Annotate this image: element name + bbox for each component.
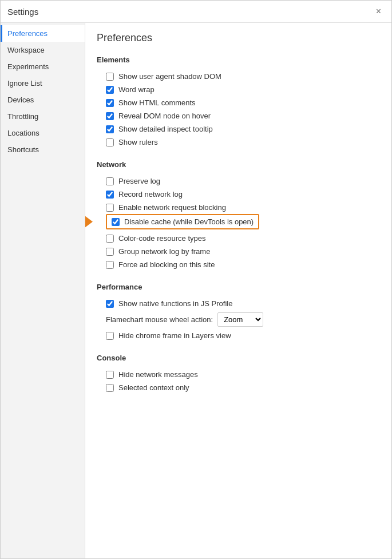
settings-dialog: Settings × PreferencesWorkspaceExperimen… bbox=[0, 0, 392, 559]
checkbox-group-network-log-by-frame[interactable] bbox=[106, 248, 114, 256]
label-preserve-log: Preserve log bbox=[118, 177, 160, 185]
checkbox-row-reveal-dom-node-on-hover: Reveal DOM node on hover bbox=[97, 109, 380, 122]
checkbox-row-hide-network-messages: Hide network messages bbox=[97, 368, 380, 381]
checkbox-reveal-dom-node-on-hover[interactable] bbox=[106, 112, 114, 120]
checkbox-row-force-ad-blocking: Force ad blocking on this site bbox=[97, 258, 380, 271]
console-checkboxes: Hide network messagesSelected context on… bbox=[97, 368, 380, 394]
checkbox-show-user-agent-shadow-dom[interactable] bbox=[106, 73, 114, 81]
label-record-network-log: Record network log bbox=[118, 190, 183, 199]
checkbox-word-wrap[interactable] bbox=[106, 86, 114, 94]
label-selected-context-only: Selected context only bbox=[118, 383, 189, 392]
checkbox-row-hide-chrome-frame: Hide chrome frame in Layers view bbox=[97, 329, 380, 342]
title-bar: Settings × bbox=[1, 1, 391, 23]
content-area: Preferences Elements Show user agent sha… bbox=[85, 23, 391, 558]
label-color-code-resource-types: Color-code resource types bbox=[118, 234, 205, 243]
checkbox-enable-network-request-blocking[interactable] bbox=[106, 204, 114, 212]
checkbox-row-record-network-log: Record network log bbox=[97, 188, 380, 201]
label-enable-network-request-blocking: Enable network request blocking bbox=[118, 203, 226, 212]
label-show-html-comments: Show HTML comments bbox=[118, 98, 196, 107]
label-force-ad-blocking: Force ad blocking on this site bbox=[118, 260, 215, 269]
label-hide-network-messages: Hide network messages bbox=[118, 370, 198, 379]
checkbox-row-show-html-comments: Show HTML comments bbox=[97, 96, 380, 109]
console-section-title: Console bbox=[97, 354, 380, 362]
sidebar: PreferencesWorkspaceExperimentsIgnore Li… bbox=[1, 23, 85, 558]
label-show-rulers: Show rulers bbox=[118, 138, 158, 146]
sidebar-item-experiments[interactable]: Experiments bbox=[1, 58, 85, 75]
sidebar-item-shortcuts[interactable]: Shortcuts bbox=[1, 141, 85, 158]
checkbox-hide-chrome-frame[interactable] bbox=[106, 332, 114, 340]
checkbox-row-enable-network-request-blocking: Enable network request blocking bbox=[97, 201, 380, 214]
close-button[interactable]: × bbox=[373, 5, 385, 18]
svg-marker-0 bbox=[85, 213, 93, 230]
checkbox-preserve-log[interactable] bbox=[106, 177, 114, 185]
checkbox-color-code-resource-types[interactable] bbox=[106, 235, 114, 243]
sidebar-item-preferences[interactable]: Preferences bbox=[1, 25, 85, 42]
label-show-native-functions: Show native functions in JS Profile bbox=[118, 299, 232, 308]
performance-extra-checkboxes: Hide chrome frame in Layers view bbox=[97, 329, 380, 342]
checkbox-row-show-rulers: Show rulers bbox=[97, 136, 380, 149]
label-disable-cache: Disable cache (while DevTools is open) bbox=[124, 217, 254, 226]
sidebar-item-devices[interactable]: Devices bbox=[1, 92, 85, 108]
network-checkboxes: Preserve logRecord network logEnable net… bbox=[97, 175, 380, 271]
checkbox-selected-context-only[interactable] bbox=[106, 384, 114, 392]
performance-checkboxes: Show native functions in JS Profile bbox=[97, 297, 380, 310]
sidebar-item-locations[interactable]: Locations bbox=[1, 125, 85, 141]
label-group-network-log-by-frame: Group network log by frame bbox=[118, 247, 210, 256]
checkbox-row-selected-context-only: Selected context only bbox=[97, 381, 380, 394]
sidebar-item-throttling[interactable]: Throttling bbox=[1, 108, 85, 125]
checkbox-row-show-user-agent-shadow-dom: Show user agent shadow DOM bbox=[97, 70, 380, 83]
sidebar-item-ignore-list[interactable]: Ignore List bbox=[1, 75, 85, 92]
checkbox-record-network-log[interactable] bbox=[106, 191, 114, 199]
checkbox-row-group-network-log-by-frame: Group network log by frame bbox=[97, 245, 380, 258]
elements-section-title: Elements bbox=[97, 55, 380, 64]
main-layout: PreferencesWorkspaceExperimentsIgnore Li… bbox=[1, 23, 391, 558]
network-section-title: Network bbox=[97, 160, 380, 169]
orange-arrow-icon bbox=[85, 213, 93, 232]
checkbox-row-word-wrap: Word wrap bbox=[97, 83, 380, 96]
highlighted-row-disable-cache: Disable cache (while DevTools is open) bbox=[106, 214, 259, 229]
checkbox-row-color-code-resource-types: Color-code resource types bbox=[97, 232, 380, 245]
flamechart-label: Flamechart mouse wheel action: bbox=[106, 315, 213, 324]
checkbox-row-show-native-functions: Show native functions in JS Profile bbox=[97, 297, 380, 310]
elements-checkboxes: Show user agent shadow DOMWord wrapShow … bbox=[97, 70, 380, 149]
checkbox-row-preserve-log: Preserve log bbox=[97, 175, 380, 188]
label-word-wrap: Word wrap bbox=[118, 85, 155, 94]
checkbox-show-rulers[interactable] bbox=[106, 138, 114, 146]
page-title: Preferences bbox=[97, 32, 380, 44]
flamechart-dropdown[interactable]: ZoomScroll bbox=[217, 312, 263, 327]
performance-section-title: Performance bbox=[97, 283, 380, 291]
highlighted-wrapper-disable-cache: Disable cache (while DevTools is open) bbox=[97, 214, 380, 231]
flamechart-row: Flamechart mouse wheel action: ZoomScrol… bbox=[97, 310, 380, 329]
checkbox-show-detailed-inspect-tooltip[interactable] bbox=[106, 125, 114, 133]
label-hide-chrome-frame: Hide chrome frame in Layers view bbox=[118, 331, 231, 340]
checkbox-show-html-comments[interactable] bbox=[106, 99, 114, 107]
label-show-user-agent-shadow-dom: Show user agent shadow DOM bbox=[118, 72, 221, 81]
label-show-detailed-inspect-tooltip: Show detailed inspect tooltip bbox=[118, 125, 213, 133]
checkbox-force-ad-blocking[interactable] bbox=[106, 261, 114, 269]
checkbox-hide-network-messages[interactable] bbox=[106, 371, 114, 379]
dialog-title: Settings bbox=[7, 7, 38, 17]
checkbox-show-native-functions[interactable] bbox=[106, 300, 114, 308]
label-reveal-dom-node-on-hover: Reveal DOM node on hover bbox=[118, 112, 211, 120]
checkbox-disable-cache[interactable] bbox=[112, 218, 120, 226]
sidebar-item-workspace[interactable]: Workspace bbox=[1, 42, 85, 58]
checkbox-row-show-detailed-inspect-tooltip: Show detailed inspect tooltip bbox=[97, 122, 380, 136]
